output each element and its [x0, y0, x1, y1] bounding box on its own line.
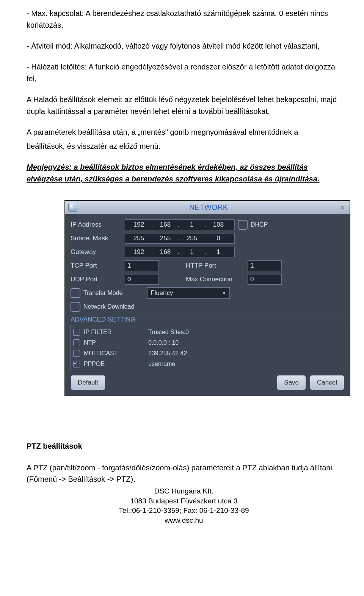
footer-line-4: www.dsc.hu [27, 516, 341, 525]
ptz-paragraph: A PTZ (pan/tilt/zoom - forgatás/dőlés/zo… [27, 462, 341, 485]
adv-row-pppoe[interactable]: PPPOE username [73, 359, 341, 369]
paragraph-max: - Max. kapcsolat: A berendezéshez csatla… [27, 8, 341, 31]
subnet-octet-2[interactable]: 255 [154, 235, 177, 242]
label-gateway: Gateway [71, 248, 122, 256]
label-transfer: Transfer Mode [83, 290, 144, 296]
chevron-down-icon: ▼ [222, 290, 226, 296]
subnet-octet-3[interactable]: 255 [180, 235, 203, 242]
adv-val-pppoe: username [148, 361, 341, 367]
adv-val-multicast: 239.255.42.42 [148, 350, 341, 357]
label-subnet: Subnet Mask [71, 235, 122, 242]
adv-name-pppoe: PPPOE [84, 361, 144, 367]
label-http: HTTP Port [186, 262, 245, 270]
ip-input[interactable]: 192. 168. 1. 108 [125, 219, 235, 230]
netdl-checkbox[interactable] [71, 302, 80, 312]
label-netdl: Network Download [83, 303, 182, 310]
ptz-heading: PTZ beállítások [27, 442, 341, 451]
adv-val-ipfilter: Trusted Sites:0 [148, 329, 341, 336]
footer-line-1: DSC Hungária Kft. [27, 486, 341, 496]
adv-cb-ipfilter[interactable] [73, 329, 80, 336]
dhcp-checkbox[interactable] [238, 220, 248, 230]
adv-row-ipfilter[interactable]: IP FILTER Trusted Sites:0 [73, 327, 341, 337]
advanced-list: IP FILTER Trusted Sites:0 NTP 0.0.0.0 : … [71, 325, 344, 371]
footer: DSC Hungária Kft. 1083 Budapest Füvészke… [27, 486, 341, 525]
paragraph-save-1: A paraméterek beállítása után, a „mentés… [27, 126, 341, 138]
label-dhcp: DHCP [251, 221, 268, 228]
adv-val-ntp: 0.0.0.0 : 10 [148, 339, 341, 346]
transfer-checkbox[interactable] [71, 288, 80, 298]
label-tcp: TCP Port [71, 262, 122, 270]
adv-cb-multicast[interactable] [73, 350, 80, 357]
ip-octet-3[interactable]: 1 [180, 221, 203, 229]
footer-line-2: 1083 Budapest Füvészkert utca 3 [27, 496, 341, 506]
close-icon[interactable]: × [337, 202, 347, 212]
paragraph-netdl: - Hálózati letöltés: A funkció engedélye… [27, 61, 341, 85]
paragraph-advanced: A Haladó beállítások elemeit az előttük … [27, 94, 341, 117]
footer-line-3: Tel.:06-1-210-3359; Fax: 06-1-210-33-89 [27, 506, 341, 516]
paragraph-save-2: beállítások, és visszatér az előző menü. [27, 140, 341, 152]
subnet-octet-1[interactable]: 255 [127, 235, 150, 242]
adv-name-multicast: MULTICAST [84, 350, 144, 357]
udp-input[interactable]: 0 [125, 274, 159, 285]
transfer-value: Fluency [151, 289, 173, 297]
ip-octet-2[interactable]: 168 [154, 221, 177, 229]
dialog-title: NETWORK [80, 203, 337, 212]
gw-octet-3[interactable]: 1 [180, 248, 203, 256]
subnet-input[interactable]: 255. 255. 255. 0 [125, 233, 235, 244]
gateway-input[interactable]: 192. 168. 1. 1 [125, 247, 235, 257]
tcp-input[interactable]: 1 [125, 260, 159, 271]
advanced-heading: ADVANCED SETTING [71, 316, 344, 323]
gw-octet-2[interactable]: 168 [154, 248, 177, 256]
default-button[interactable]: Default [71, 375, 105, 390]
transfer-select[interactable]: Fluency ▼ [147, 287, 230, 299]
gw-octet-4[interactable]: 1 [207, 248, 230, 256]
paragraph-transfer: - Átviteli mód: Alkalmazkodó, változó va… [27, 40, 341, 52]
adv-row-ntp[interactable]: NTP 0.0.0.0 : 10 [73, 337, 341, 348]
label-ip: IP Address [71, 221, 122, 229]
maxconn-input[interactable]: 0 [248, 274, 282, 285]
adv-row-multicast[interactable]: MULTICAST 239.255.42.42 [73, 348, 341, 359]
subnet-octet-4[interactable]: 0 [207, 235, 230, 242]
adv-name-ntp: NTP [84, 339, 144, 346]
network-icon [68, 203, 77, 212]
adv-cb-ntp[interactable] [73, 339, 80, 346]
cancel-button[interactable]: Cancel [310, 375, 344, 390]
http-input[interactable]: 1 [248, 260, 282, 271]
ip-octet-1[interactable]: 192 [127, 221, 150, 229]
save-button[interactable]: Save [277, 375, 306, 390]
gw-octet-1[interactable]: 192 [127, 248, 150, 256]
label-udp: UDP Port [71, 276, 122, 283]
note: Megjegyzés: a beállítások biztos elmenté… [27, 161, 341, 185]
adv-name-ipfilter: IP FILTER [84, 329, 144, 336]
network-dialog: NETWORK × IP Address 192. 168. 1. 108 DH… [64, 200, 350, 396]
titlebar: NETWORK × [65, 201, 350, 214]
ip-octet-4[interactable]: 108 [207, 221, 230, 229]
adv-cb-pppoe[interactable] [73, 361, 80, 367]
label-max: Max Connection [186, 276, 245, 283]
